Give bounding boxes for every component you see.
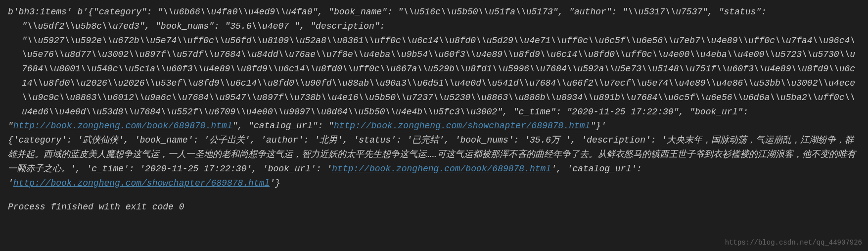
raw-line-3: "\\u5927\\u592e\\u672b\\u5e74\\uff0c\\u5… (8, 34, 860, 119)
raw-line-4-suffix: "}' (590, 121, 606, 131)
blank-line (8, 190, 860, 200)
book-url-link-decoded[interactable]: http://book.zongheng.com/book/689878.htm… (332, 164, 551, 174)
console-output-raw-bytes: b'bh3:items' b'{"category": "\\u6b66\\u4… (8, 5, 860, 133)
raw-line-1: b'bh3:items' b'{"category": "\\u6b66\\u4… (8, 7, 767, 17)
catalog-url-link-decoded[interactable]: http://book.zongheng.com/showchapter/689… (13, 178, 270, 188)
watermark-text: https://blog.csdn.net/qq_44907926 (725, 237, 862, 248)
process-exit-line: Process finished with exit code 0 (8, 200, 860, 214)
book-url-link-raw[interactable]: http://book.zongheng.com/book/689878.htm… (13, 121, 232, 131)
raw-line-4-prefix: " (8, 121, 13, 131)
raw-line-2: "\\u5df2\\u5b8c\\u7ed3", "book_nums": "3… (8, 19, 860, 34)
catalog-url-link-raw[interactable]: http://book.zongheng.com/showchapter/689… (334, 121, 590, 131)
decoded-suffix: '} (270, 178, 280, 188)
raw-line-4-mid: ", "catalog_url": " (232, 121, 334, 131)
console-output-decoded: {'category': '武侠仙侠', 'book_name': '公子出关'… (8, 133, 860, 190)
